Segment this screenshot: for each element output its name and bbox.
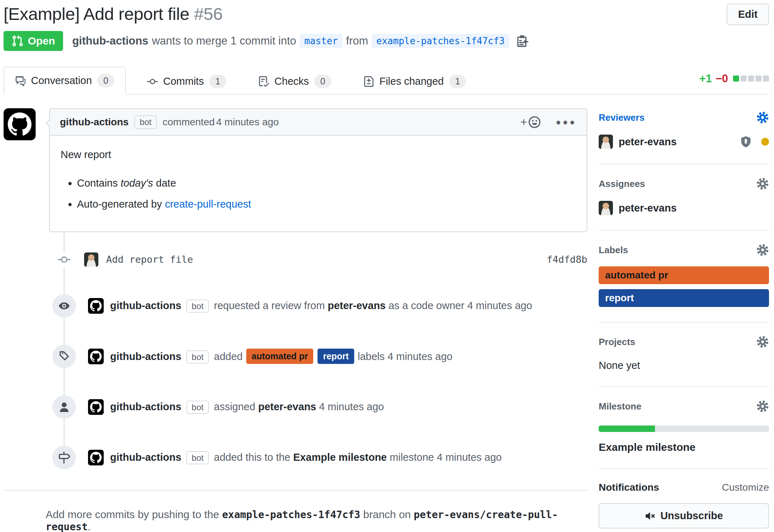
commit-message[interactable]: Add report file	[106, 254, 547, 265]
commit-sha[interactable]: f4dfd8b	[547, 254, 587, 265]
diffstat[interactable]: +1 −0	[699, 72, 769, 89]
tab-files-changed[interactable]: Files changed 1	[353, 68, 477, 95]
gear-icon	[756, 177, 769, 190]
kebab-menu-button[interactable]: ●●●	[556, 117, 577, 127]
timeline-event-assigned: github-actions bot assigned peter-evans …	[4, 395, 587, 419]
add-reaction-button[interactable]: +	[520, 115, 541, 129]
comment-body: New report Contains today's date Auto-ge…	[50, 136, 587, 231]
unsubscribe-label: Unsubscribe	[660, 510, 723, 522]
customize-link[interactable]: Customize	[722, 482, 769, 493]
head-branch-label[interactable]: example-patches-1f47cf3	[372, 34, 509, 48]
conversation-icon	[15, 75, 26, 86]
review-status	[740, 136, 769, 148]
github-actions-avatar[interactable]	[88, 450, 104, 465]
create-pull-request-link[interactable]: create-pull-request	[165, 198, 251, 210]
tab-conversation[interactable]: Conversation 0	[4, 67, 126, 95]
reviewer-avatar[interactable]	[599, 135, 613, 149]
milestone-icon	[52, 446, 76, 469]
event-user-link[interactable]: peter-evans	[258, 401, 316, 412]
pr-sidebar: Reviewers peter-evans Assignees	[599, 108, 769, 532]
gear-icon	[756, 244, 769, 256]
reviewer-name[interactable]: peter-evans	[619, 136, 677, 148]
timeline-event-milestoned: github-actions bot added this to the Exa…	[4, 446, 587, 469]
assignees-section: Assignees peter-evans	[599, 165, 769, 231]
event-timestamp[interactable]: 4 minutes ago	[388, 351, 453, 362]
event-milestone-link[interactable]: Example milestone	[293, 452, 387, 463]
label-automated-pr[interactable]: automated pr	[599, 266, 769, 284]
tab-commits[interactable]: Commits 1	[136, 68, 237, 95]
reviewer-row: peter-evans	[599, 135, 769, 149]
comment-box: github-actions bot commented 4 minutes a…	[49, 108, 587, 232]
milestone-section: Milestone Example milestone	[599, 387, 769, 469]
copy-icon	[516, 35, 528, 47]
label-report[interactable]: report	[318, 349, 354, 364]
labels-header: Labels	[599, 244, 769, 256]
label-automated-pr[interactable]: automated pr	[246, 349, 313, 364]
pr-byline: Open github-actions wants to merge 1 com…	[4, 31, 769, 51]
assignee-row: peter-evans	[599, 201, 769, 215]
diffstat-additions: +1	[699, 72, 712, 85]
bot-badge: bot	[186, 350, 209, 364]
comment-bullet: Contains today's date	[77, 176, 576, 191]
diffstat-block	[763, 75, 769, 82]
label-report[interactable]: report	[599, 289, 769, 307]
byline-text: github-actions wants to merge 1 commit i…	[72, 34, 528, 48]
comment-timestamp[interactable]: 4 minutes ago	[216, 116, 279, 128]
assignees-title: Assignees	[599, 178, 645, 189]
pull-request-icon	[11, 35, 24, 47]
mute-icon	[645, 511, 655, 521]
unsubscribe-button[interactable]: Unsubscribe	[599, 503, 769, 528]
gear-icon	[756, 111, 769, 124]
byline-from: from	[346, 35, 368, 47]
assignee-name[interactable]: peter-evans	[619, 202, 677, 214]
comment: github-actions bot commented 4 minutes a…	[4, 108, 587, 232]
github-actions-avatar[interactable]	[88, 399, 104, 415]
event-actor[interactable]: github-actions	[110, 300, 181, 311]
copy-branch-button[interactable]	[516, 35, 528, 47]
assignee-avatar[interactable]	[599, 201, 613, 215]
event-actor[interactable]: github-actions	[110, 351, 181, 362]
comment-bullet: Auto-generated by create-pull-request	[77, 197, 576, 212]
milestone-name-link[interactable]: Example milestone	[599, 441, 769, 453]
tab-count: 0	[97, 74, 114, 87]
git-commit-icon	[56, 252, 73, 267]
event-timestamp[interactable]: 4 minutes ago	[467, 300, 532, 311]
tab-checks[interactable]: Checks 0	[248, 68, 342, 95]
timeline-event-labeled: github-actions bot added automated pr re…	[4, 345, 587, 368]
event-text: github-actions bot assigned peter-evans …	[110, 401, 384, 413]
event-timestamp[interactable]: 4 minutes ago	[319, 401, 384, 412]
plus-icon: +	[520, 115, 527, 129]
notifications-section: Notifications Customize Unsubscribe You'…	[599, 469, 769, 532]
bot-badge: bot	[186, 451, 209, 464]
github-actions-avatar[interactable]	[88, 298, 104, 314]
pr-number: #56	[194, 4, 222, 24]
github-actions-avatar[interactable]	[88, 349, 104, 364]
labels-gear-button[interactable]	[756, 244, 769, 256]
reviewers-header: Reviewers	[599, 111, 769, 124]
tab-count: 0	[314, 75, 331, 88]
gear-icon	[756, 335, 769, 348]
event-actor[interactable]: github-actions	[110, 401, 181, 412]
milestone-gear-button[interactable]	[756, 400, 769, 413]
milestone-progress-fill	[599, 426, 655, 432]
diffstat-blocks	[733, 75, 769, 82]
projects-section: Projects None yet	[599, 323, 769, 387]
assignees-gear-button[interactable]	[756, 177, 769, 190]
commit-icon	[147, 76, 158, 87]
projects-gear-button[interactable]	[756, 335, 769, 348]
event-detail: as a code owner	[388, 300, 464, 311]
github-actions-avatar[interactable]	[4, 108, 36, 140]
event-verb: assigned	[214, 401, 255, 412]
committer-avatar[interactable]	[84, 252, 98, 267]
edit-button[interactable]: Edit	[727, 4, 769, 25]
event-user-link[interactable]: peter-evans	[327, 300, 386, 311]
shield-icon	[740, 136, 752, 148]
reviewers-gear-button[interactable]	[756, 111, 769, 124]
pr-author[interactable]: github-actions	[72, 35, 149, 47]
base-branch-label[interactable]: master	[300, 34, 342, 48]
event-actor[interactable]: github-actions	[110, 452, 181, 463]
comment-controls: + ●●●	[520, 115, 577, 129]
reviewers-title[interactable]: Reviewers	[599, 112, 645, 123]
comment-author[interactable]: github-actions	[60, 116, 129, 128]
event-timestamp[interactable]: 4 minutes ago	[437, 452, 502, 463]
